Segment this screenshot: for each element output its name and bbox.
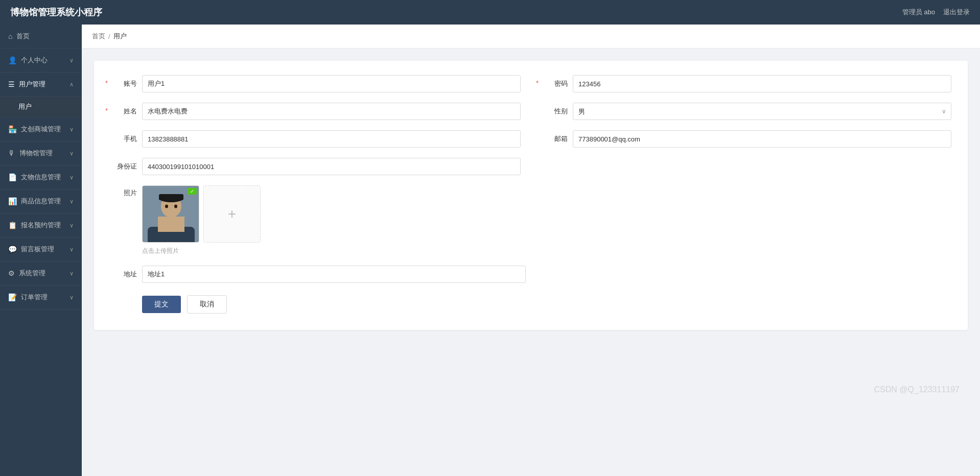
photo-thumbnail: ✓	[142, 185, 199, 243]
name-label: 姓名	[110, 107, 137, 116]
relic-info-icon: 📄	[8, 173, 17, 181]
gender-select[interactable]: 男 女	[573, 103, 951, 120]
sidebar-label-reservation: 报名预约管理	[21, 221, 61, 230]
sidebar-label-home: 首页	[16, 32, 30, 41]
address-input[interactable]	[142, 266, 526, 283]
sidebar-subitem-user[interactable]: 用户	[0, 97, 82, 117]
svg-point-6	[165, 205, 168, 208]
phone-input[interactable]	[142, 130, 521, 148]
photo-area: ✓ +	[142, 185, 261, 243]
password-label: 密码	[541, 79, 568, 88]
sidebar-item-home[interactable]: ⌂ 首页	[0, 25, 82, 49]
sidebar-item-reservation[interactable]: 📋 报名预约管理 ∨	[0, 213, 82, 237]
name-input[interactable]	[142, 103, 521, 120]
submit-button[interactable]: 提文	[142, 296, 181, 313]
header: 博物馆管理系统小程序 管理员 abo 退出登录	[0, 0, 980, 25]
header-right: 管理员 abo 退出登录	[902, 8, 970, 17]
sidebar-item-message[interactable]: 💬 留言板管理 ∨	[0, 237, 82, 261]
content-area: 首页 / 用户 账号 密码	[82, 25, 980, 476]
sidebar-item-profile[interactable]: 👤 个人中心 ∨	[0, 49, 82, 73]
form-field-name: 姓名	[110, 103, 521, 120]
photo-hint: 点击上传照片	[142, 247, 951, 255]
sidebar-item-relic-info[interactable]: 📄 文物信息管理 ∨	[0, 165, 82, 189]
gender-select-wrapper: 男 女 ∨	[573, 103, 951, 120]
form-field-idcard: 身份证	[110, 158, 521, 175]
chevron-down-icon8: ∨	[69, 270, 74, 277]
reservation-icon: 📋	[8, 221, 17, 229]
action-row: 提文 取消	[110, 295, 951, 314]
breadcrumb-current: 用户	[113, 32, 127, 41]
account-input[interactable]	[142, 75, 521, 92]
sidebar-item-order[interactable]: 📝 订单管理 ∨	[0, 285, 82, 310]
form-row-phone-email: 手机 邮箱	[110, 130, 951, 148]
form-container: 账号 密码 姓名 性别	[82, 49, 980, 476]
photo-row: 照片	[110, 185, 951, 243]
idcard-input[interactable]	[142, 158, 521, 175]
phone-label: 手机	[110, 134, 137, 144]
sidebar-label-relic-info: 文物信息管理	[21, 173, 61, 182]
photo-badge: ✓	[188, 188, 197, 195]
form-row-account-password: 账号 密码	[110, 75, 951, 92]
main-layout: ⌂ 首页 👤 个人中心 ∨ ☰ 用户管理 ∧ 用户 🏪 文创商城管理	[0, 25, 980, 476]
chevron-down-icon2: ∨	[69, 126, 74, 133]
idcard-label: 身份证	[110, 162, 137, 171]
address-row: 地址	[110, 266, 951, 283]
svg-rect-3	[158, 217, 184, 232]
sidebar-label-order: 订单管理	[21, 293, 48, 302]
chevron-down-icon4: ∨	[69, 174, 74, 181]
sidebar-label-user-mgmt: 用户管理	[19, 80, 45, 89]
password-input[interactable]	[573, 75, 951, 92]
profile-icon: 👤	[8, 56, 17, 64]
app-title: 博物馆管理系统小程序	[10, 6, 102, 18]
message-icon: 💬	[8, 245, 17, 253]
system-icon: ⚙	[8, 269, 15, 277]
photo-add-button[interactable]: +	[203, 185, 261, 243]
chevron-down-icon: ∨	[69, 57, 74, 64]
breadcrumb-home: 首页	[92, 32, 105, 41]
sidebar-label-profile: 个人中心	[21, 56, 48, 65]
order-icon: 📝	[8, 293, 17, 301]
form-row-name-gender: 姓名 性别 男 女 ∨	[110, 103, 951, 120]
chevron-down-icon7: ∨	[69, 246, 74, 253]
admin-name: 管理员 abo	[902, 8, 935, 17]
form-card: 账号 密码 姓名 性别	[94, 61, 968, 330]
svg-rect-5	[159, 194, 183, 200]
chevron-down-icon6: ∨	[69, 222, 74, 229]
sidebar-item-cultural-shop[interactable]: 🏪 文创商城管理 ∨	[0, 117, 82, 141]
goods-info-icon: 📊	[8, 197, 17, 205]
email-input[interactable]	[573, 130, 951, 148]
sidebar: ⌂ 首页 👤 个人中心 ∨ ☰ 用户管理 ∧ 用户 🏪 文创商城管理	[0, 25, 82, 476]
form-field-email: 邮箱	[541, 130, 951, 148]
home-icon: ⌂	[8, 32, 12, 40]
breadcrumb-separator: /	[108, 33, 110, 40]
breadcrumb: 首页 / 用户	[82, 25, 980, 49]
sidebar-item-museum-mgmt[interactable]: 🎙 博物馆管理 ∨	[0, 141, 82, 165]
gender-label: 性别	[541, 107, 568, 116]
form-field-gender: 性别 男 女 ∨	[541, 103, 951, 120]
address-label: 地址	[110, 270, 137, 279]
chevron-down-icon5: ∨	[69, 198, 74, 205]
cancel-button[interactable]: 取消	[187, 295, 227, 314]
sidebar-item-goods-info[interactable]: 📊 商品信息管理 ∨	[0, 189, 82, 213]
email-label: 邮箱	[541, 134, 568, 144]
form-field-phone: 手机	[110, 130, 521, 148]
form-field-password: 密码	[541, 75, 951, 92]
form-field-account: 账号	[110, 75, 521, 92]
sidebar-label-goods-info: 商品信息管理	[21, 197, 61, 206]
sidebar-sub-user-mgmt: 用户	[0, 97, 82, 117]
logout-link[interactable]: 退出登录	[943, 8, 970, 17]
sidebar-label-message: 留言板管理	[21, 245, 54, 254]
sidebar-item-system[interactable]: ⚙ 系统管理 ∨	[0, 261, 82, 285]
chevron-down-icon9: ∨	[69, 294, 74, 301]
account-label: 账号	[110, 79, 137, 88]
museum-mgmt-icon: 🎙	[8, 149, 15, 157]
chevron-up-icon: ∧	[69, 81, 74, 88]
sidebar-item-user-mgmt[interactable]: ☰ 用户管理 ∧	[0, 73, 82, 97]
photo-label: 照片	[110, 185, 137, 198]
cultural-shop-icon: 🏪	[8, 125, 17, 133]
svg-point-7	[174, 205, 177, 208]
sidebar-label-cultural-shop: 文创商城管理	[21, 125, 61, 134]
sidebar-label-museum-mgmt: 博物馆管理	[19, 149, 53, 158]
sidebar-label-system: 系统管理	[19, 269, 45, 278]
user-mgmt-icon: ☰	[8, 80, 15, 88]
